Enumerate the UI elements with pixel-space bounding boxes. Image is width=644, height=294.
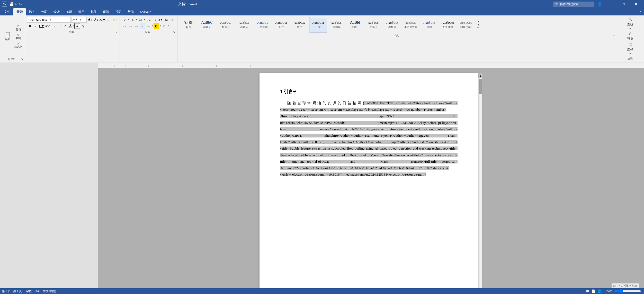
tab-review[interactable]: 审阅 xyxy=(100,8,112,15)
style-biaoti[interactable]: AaBb 标题 xyxy=(180,17,198,32)
cut-button[interactable]: ✂ 剪切 xyxy=(13,24,23,32)
numbering-arrow[interactable]: ▼ xyxy=(136,19,138,21)
font-size-dropdown[interactable]: 小四 ▼ xyxy=(71,17,87,23)
shrink-font-button[interactable]: A↓ xyxy=(93,17,99,23)
style-mingxianqiangdiao[interactable]: AaBbCcI 明显强调 xyxy=(439,17,457,32)
clipboard-expand-icon[interactable]: ↘ xyxy=(21,58,23,60)
tab-mailings[interactable]: 邮件 xyxy=(87,8,100,15)
style-sanjibiaoti[interactable]: AaBbCc 三级标题 xyxy=(254,17,272,32)
word-icon[interactable]: W xyxy=(2,2,7,7)
tab-references[interactable]: 引用 xyxy=(75,8,87,15)
font-color-button[interactable]: A ▼ xyxy=(68,23,74,29)
clear-format-button[interactable]: 🧹 xyxy=(106,17,111,23)
find-button[interactable]: 🔍 查找 ▼ xyxy=(619,17,641,31)
shading-button[interactable]: ◧ xyxy=(154,23,159,29)
underline-button[interactable]: U▼ xyxy=(39,23,44,29)
decrease-indent-button[interactable]: ←≡ xyxy=(146,17,151,23)
user-icon[interactable]: 👤 xyxy=(597,2,602,7)
vertical-scrollbar[interactable]: ▲ xyxy=(478,73,482,294)
select-button[interactable]: ⬚ 选择 ▼ xyxy=(619,42,641,56)
view-read-icon[interactable]: 📖 xyxy=(586,289,589,293)
style-fubiaoti[interactable]: AaBbCcI 副标题 xyxy=(383,17,401,32)
char-shade-button[interactable]: A xyxy=(62,23,68,29)
borders-button[interactable]: □ xyxy=(162,23,167,29)
tab-view[interactable]: 视图 xyxy=(112,8,124,15)
italic-button[interactable]: I xyxy=(33,23,39,29)
styles-scroll-down-icon[interactable]: ▼ xyxy=(477,23,480,26)
subscript-button[interactable]: x₂ xyxy=(51,23,56,29)
increase-indent-button[interactable]: →≡ xyxy=(152,17,157,23)
chinese-layout-button[interactable]: 文▼ xyxy=(158,17,163,23)
save-icon[interactable]: 💾 xyxy=(9,2,14,6)
paste-button[interactable]: 📋 粘贴 xyxy=(3,27,13,46)
style-tupian[interactable]: AaBbCcI 图片 xyxy=(272,17,290,32)
doc-paragraph[interactable]: 随着全球常规油气资源的日益枯竭{ ADDIN EN.CITE <EndNote>… xyxy=(280,100,458,178)
style-bumingxian[interactable]: AaBbCcI 不明显强调 xyxy=(402,17,420,32)
style-mingxianl[interactable]: AaBbCcL 明显强调L xyxy=(457,17,475,32)
strikethrough-button[interactable]: abc xyxy=(45,23,50,29)
multilevel-button[interactable]: ≡# xyxy=(138,17,144,23)
style-tuzhu[interactable]: AaBbCcI 图注 xyxy=(291,17,309,32)
search-box[interactable]: 🔍 操作说明搜索 xyxy=(553,2,594,7)
format-copy-button[interactable]: 🖌 格式刷 xyxy=(13,41,23,49)
font-name-dropdown[interactable]: Times New Rom ▼ xyxy=(27,17,71,23)
style-biaoti1[interactable]: AaBb( 标题 1 xyxy=(346,17,364,32)
paragraph-expand-icon[interactable]: ↘ xyxy=(173,31,175,33)
styles-scroll-buttons[interactable]: ▲ ▼ ≡ xyxy=(477,20,480,30)
zoom-slider[interactable] xyxy=(615,289,641,293)
tab-home[interactable]: 开始 xyxy=(13,8,26,15)
show-marks-button[interactable]: ¶ xyxy=(169,17,175,23)
case-button[interactable]: Aa▼ xyxy=(100,17,105,23)
tab-insert[interactable]: 插入 xyxy=(26,8,38,15)
bullets-arrow[interactable]: ▼ xyxy=(128,19,130,21)
shading-arrow[interactable]: ▼ xyxy=(159,25,161,27)
tab-question[interactable]: ? xyxy=(638,10,643,15)
scroll-thumb[interactable] xyxy=(479,79,482,94)
tab-layout[interactable]: 布局 xyxy=(63,8,75,15)
grow-font-button[interactable]: A↑ xyxy=(87,17,93,23)
multilevel-arrow[interactable]: ▼ xyxy=(144,19,146,21)
undo-icon[interactable]: ↩ xyxy=(15,2,18,6)
highlight-button[interactable]: abc xyxy=(112,17,118,23)
style-wujiange[interactable]: AaBbCcI 无间隔 xyxy=(328,17,346,32)
tab-endnote[interactable]: EndNote 21 xyxy=(137,8,158,15)
style-biaoti6[interactable]: AaBbCcI 标题 6 xyxy=(365,17,383,32)
style-biaoti3[interactable]: AaBbC 标题 3 xyxy=(217,17,235,32)
tab-draw[interactable]: 绘图 xyxy=(38,8,50,15)
align-left-button[interactable]: ≡← xyxy=(122,23,128,29)
styles-scroll-up-icon[interactable]: ▲ xyxy=(477,20,480,23)
extra-char-button[interactable]: ◎ xyxy=(80,23,86,29)
superscript-button[interactable]: x² xyxy=(57,23,62,29)
close-button[interactable]: ✕ xyxy=(630,0,642,8)
replace-button[interactable]: ⇄ 替换 xyxy=(619,31,641,41)
style-zhengwen[interactable]: AaBbCcI 正文 xyxy=(309,17,327,32)
style-qiangdiao[interactable]: AaBbCcI 强调 xyxy=(420,17,438,32)
copy-button[interactable]: ⧉ 复制 xyxy=(13,32,23,41)
bullets-button[interactable]: ≡• xyxy=(122,17,128,23)
tab-file[interactable]: 文件 xyxy=(1,8,13,15)
char-border-button[interactable]: A xyxy=(74,23,80,29)
view-print-icon[interactable]: 📄 xyxy=(592,289,595,293)
style-biaoti2[interactable]: AaBbC 标题 2 xyxy=(198,17,216,32)
sort-button[interactable]: ↕Z xyxy=(164,17,169,23)
line-spacing-arrow[interactable]: ▼ xyxy=(151,25,153,27)
view-web-icon[interactable]: 🌐 xyxy=(597,289,601,293)
line-spacing-button[interactable]: ↕≡ xyxy=(146,23,151,29)
numbering-button[interactable]: 1. xyxy=(130,17,136,23)
tab-help[interactable]: 帮助 xyxy=(124,8,137,15)
justify-button[interactable]: ≡| xyxy=(140,23,145,29)
scroll-up-button[interactable]: ▲ xyxy=(478,73,482,78)
bold-button[interactable]: B xyxy=(27,23,33,29)
styles-expand-dialog-icon[interactable]: ↘ xyxy=(613,34,615,37)
borders-arrow[interactable]: ▼ xyxy=(167,25,169,27)
redo-icon[interactable]: ↪ xyxy=(19,2,22,6)
minimize-button[interactable]: ─ xyxy=(605,0,617,8)
styles-expand-icon[interactable]: ≡ xyxy=(477,27,480,29)
maximize-button[interactable]: □ xyxy=(618,0,630,8)
align-right-button[interactable]: ≡→ xyxy=(134,23,139,29)
align-center-button[interactable]: ≡↔ xyxy=(128,23,133,29)
tab-design[interactable]: 设计 xyxy=(50,8,63,15)
style-biaoti4[interactable]: AaBbCc 标题 4 xyxy=(235,17,253,32)
doc-container[interactable]: 1 引言↵ 随着全球常规油气资源的日益枯竭{ ADDIN EN.CITE <En… xyxy=(98,68,644,294)
font-expand-icon[interactable]: ↘ xyxy=(115,31,118,33)
